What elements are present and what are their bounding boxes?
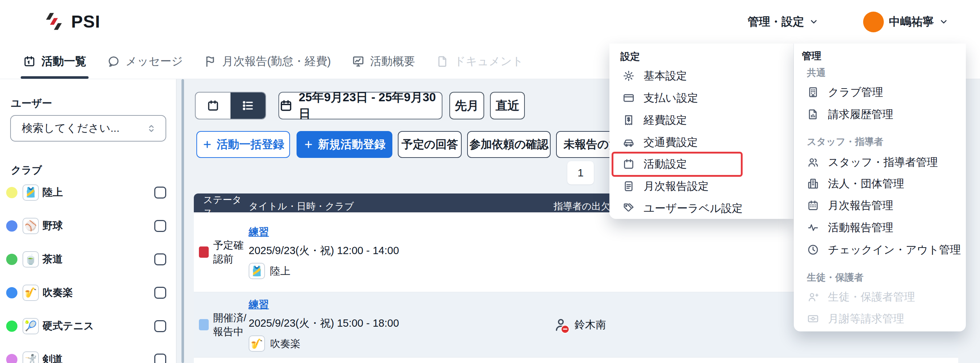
tab-messages[interactable]: メッセージ [107, 43, 183, 79]
menu-item-transport-settings[interactable]: 交通費設定 [622, 134, 698, 150]
bulk-register-button[interactable]: 活動一括登録 [196, 131, 290, 158]
status-cell: 予定確認前 [194, 212, 249, 292]
activity-club: 🎷 吹奏楽 [249, 335, 554, 352]
new-register-button[interactable]: 新規活動登録 [296, 131, 392, 158]
menu-item-monthly-report-management[interactable]: 月次報告管理 [807, 197, 893, 213]
calendar-icon [279, 99, 293, 113]
app-root: PSI 管理・設定 中嶋祐寧 活動一覧 [0, 0, 980, 363]
admin-settings-label: 管理・設定 [748, 14, 804, 29]
club-emoji-icon: 🎽 [249, 263, 265, 279]
user-search-select[interactable]: 検索してください... [10, 115, 166, 142]
psi-logo-icon [42, 10, 65, 33]
club-item-tennis[interactable]: 🎾 硬式テニス [0, 315, 177, 337]
menu-item-activity-report-management[interactable]: 活動報告管理 [807, 220, 893, 236]
gear-icon [622, 70, 635, 82]
recent-button[interactable]: 直近 [490, 92, 525, 119]
club-color-dot [6, 354, 18, 363]
menu-item-staff-management[interactable]: スタッフ・指導者管理 [807, 154, 938, 170]
updown-chevron-icon [146, 123, 157, 134]
status-color-square [199, 319, 209, 330]
club-item-kendo[interactable]: 🤺 剣道 [0, 348, 177, 363]
instructor-name: 鈴木南 [574, 318, 606, 332]
tab-documents: ドキュメント [436, 43, 523, 79]
activity-title-link[interactable]: 練習 [249, 225, 269, 239]
club-emoji-icon: 🎾 [22, 318, 39, 334]
list-view-button[interactable] [231, 92, 265, 119]
tab-monthly-report[interactable]: 月次報告(勤怠・経費) [204, 43, 331, 79]
building-icon [807, 86, 819, 99]
club-item-sado[interactable]: 🍵 茶道 [0, 248, 177, 271]
organization-icon [807, 178, 819, 190]
participation-confirm-button[interactable]: 参加依頼の確認 [467, 131, 550, 158]
user-menu-trigger[interactable]: 中嶋祐寧 [863, 0, 948, 43]
club-color-dot [6, 187, 18, 198]
brand-logo[interactable]: PSI [42, 10, 100, 33]
calendar-icon [23, 55, 36, 68]
activity-club: 🎽 陸上 [249, 263, 554, 279]
date-range-button[interactable]: 25年9月23日 - 25年9月30日 [278, 92, 442, 119]
receipt-icon [622, 114, 635, 126]
clock-icon [807, 244, 819, 256]
menu-item-monthly-report-settings[interactable]: 月次報告設定 [622, 178, 709, 194]
club-emoji-icon: 🍵 [22, 251, 39, 267]
user-name: 中嶋祐寧 [889, 14, 934, 29]
club-emoji-icon: 🎽 [22, 185, 39, 201]
list-icon [241, 99, 255, 112]
activity-datetime: 2025/9/23(火・祝) 15:00 - 18:00 [249, 316, 554, 331]
club-checkbox[interactable] [154, 353, 166, 363]
settings-menu-panel: 設定 基本設定 支払い設定 経費設定 交通費設定 [609, 43, 794, 219]
calendar-view-button[interactable] [196, 92, 231, 119]
top-bar: PSI 管理・設定 中嶋祐寧 [0, 0, 980, 43]
sidebar: ユーザー 検索してください... クラブ 🎽 陸上 ⚾ 野球 🍵 茶道 [0, 79, 177, 363]
menu-group-common: 共通 [807, 67, 826, 79]
schedule-reply-button[interactable]: 予定の回答 [398, 131, 462, 158]
club-emoji-icon: 🤺 [22, 351, 39, 363]
club-item-suisogaku[interactable]: 🎷 吹奏楽 [0, 281, 177, 304]
menu-item-club-management[interactable]: クラブ管理 [807, 84, 883, 100]
club-checkbox[interactable] [154, 320, 166, 332]
tab-activity-list[interactable]: 活動一覧 [23, 43, 86, 79]
menu-item-activity-settings[interactable]: 活動設定 [622, 156, 687, 172]
club-checkbox[interactable] [154, 253, 166, 265]
club-color-dot [6, 254, 18, 265]
menu-group-students: 生徒・保護者 [807, 271, 864, 284]
menu-item-billing-history[interactable]: 請求履歴管理 [807, 107, 893, 122]
menu-item-student-guardian-management: 生徒・保護者管理 [807, 289, 915, 305]
club-item-yakyu[interactable]: ⚾ 野球 [0, 215, 177, 237]
club-checkbox[interactable] [154, 287, 166, 299]
credit-card-icon [622, 92, 635, 104]
sidebar-club-label: クラブ [11, 163, 42, 177]
club-emoji-icon: ⚾ [22, 218, 39, 234]
tags-icon [622, 202, 635, 215]
menu-item-corporate-management[interactable]: 法人・団体管理 [807, 176, 904, 192]
last-month-button[interactable]: 先月 [449, 92, 484, 119]
car-icon [622, 136, 635, 148]
menu-item-payment-settings[interactable]: 支払い設定 [622, 90, 698, 106]
management-menu-header: 管理 [802, 49, 821, 62]
chevron-down-icon [939, 17, 948, 27]
chat-bubble-icon [107, 55, 120, 68]
money-card-icon [807, 312, 819, 325]
sidebar-scrollbar[interactable] [181, 79, 184, 363]
admin-settings-menu-trigger[interactable]: 管理・設定 [748, 0, 818, 43]
chevron-down-icon [809, 17, 818, 27]
menu-item-user-label-settings[interactable]: ユーザーラベル設定 [622, 201, 743, 217]
club-checkbox[interactable] [154, 220, 166, 232]
monitor-chart-icon [352, 55, 365, 68]
menu-item-expense-settings[interactable]: 経費設定 [622, 112, 687, 128]
pagination-page-1[interactable]: 1 [567, 161, 594, 185]
plus-icon [202, 139, 212, 150]
activity-title-link[interactable]: 練習 [249, 298, 269, 312]
view-toggle [195, 92, 266, 119]
calendar-icon [207, 99, 220, 112]
menu-item-basic-settings[interactable]: 基本設定 [622, 68, 687, 84]
column-header-title: タイトル・日時・クラブ [249, 200, 554, 213]
menu-item-checkin-out-management[interactable]: チェックイン・アウト管理 [807, 242, 961, 258]
club-checkbox[interactable] [154, 186, 166, 199]
document-lines-icon [622, 180, 635, 193]
tab-activity-overview[interactable]: 活動概要 [352, 43, 415, 79]
person-plus-icon [807, 291, 819, 303]
club-item-rikujo[interactable]: 🎽 陸上 [0, 181, 177, 204]
next-row-strip [194, 358, 958, 363]
avatar [863, 12, 884, 32]
